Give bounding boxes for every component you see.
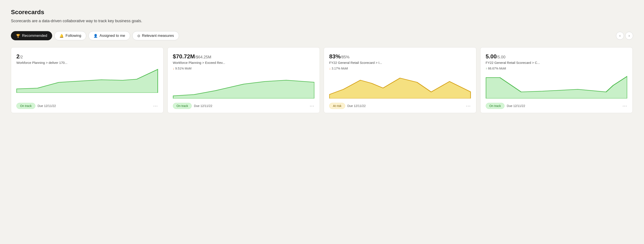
card-secondary-value: /$64.25M — [195, 55, 211, 59]
mom-value: 3.17% MoM — [332, 67, 348, 70]
chart-svg — [173, 72, 314, 99]
tabs-row: 🏆Recommended🔔Following👤Assigned to me⊙Re… — [11, 31, 633, 40]
card-footer: On track Due 12/11/22 ··· — [16, 100, 158, 113]
tab-label: Recommended — [22, 33, 47, 38]
card-secondary-value: /2 — [20, 55, 23, 59]
tab-assigned[interactable]: 👤Assigned to me — [88, 31, 130, 40]
card-more-button[interactable]: ··· — [153, 104, 158, 108]
card-due: Due 12/11/22 — [194, 104, 212, 108]
card-due: Due 12/11/22 — [507, 104, 525, 108]
chart-svg — [16, 67, 158, 93]
card-secondary-value: /5.00 — [497, 55, 506, 59]
card-footer: On track Due 12/11/22 ··· — [486, 100, 628, 113]
card-mom: ↑ 66.67% MoM — [486, 67, 628, 70]
card-value: $70.72M/$64.25M — [173, 53, 314, 60]
card-mom: ↓ 3.17% MoM — [329, 67, 471, 70]
tab-label: Assigned to me — [100, 33, 125, 38]
status-badge: On track — [173, 103, 192, 109]
card-chart — [16, 67, 158, 99]
recommended-icon: 🏆 — [16, 34, 20, 38]
card-value: 83%/85% — [329, 53, 471, 60]
page-title: Scorecards — [11, 9, 633, 16]
tab-relevant[interactable]: ⊙Relevant measures — [132, 31, 179, 40]
mom-arrow-icon: ↓ — [329, 67, 331, 70]
tab-recommended[interactable]: 🏆Recommended — [11, 31, 52, 40]
page-subtitle: Scorecards are a data-driven collaborati… — [11, 19, 633, 23]
scorecard-card-4[interactable]: 5.00/5.00 FY22 General Retail Scorecard … — [480, 47, 633, 113]
status-badge: At risk — [329, 103, 345, 109]
status-badge: On track — [486, 103, 505, 109]
card-chart — [329, 72, 471, 99]
card-footer: On track Due 12/11/22 ··· — [173, 100, 314, 113]
tab-following[interactable]: 🔔Following — [54, 31, 86, 40]
card-label: Workforce Planning > deliver 170... — [16, 61, 158, 64]
card-label: FY22 General Retail Scorecard > I... — [329, 61, 471, 64]
tab-label: Relevant measures — [142, 33, 174, 38]
card-chart — [486, 72, 628, 99]
card-main-value: 83% — [329, 53, 340, 60]
scorecard-card-2[interactable]: $70.72M/$64.25M Workforce Planning > Exc… — [168, 47, 320, 113]
card-main-value: $70.72M — [173, 53, 195, 60]
card-value: 2/2 — [16, 53, 158, 60]
relevant-icon: ⊙ — [137, 34, 140, 38]
card-secondary-value: /85% — [340, 55, 350, 59]
card-label: Workforce Planning > Exceed Rev... — [173, 61, 314, 64]
nav-next-button[interactable]: › — [625, 32, 633, 40]
card-due: Due 12/11/22 — [38, 104, 56, 108]
card-chart — [173, 72, 314, 99]
card-more-button[interactable]: ··· — [310, 104, 314, 108]
following-icon: 🔔 — [60, 34, 64, 38]
mom-value: 66.67% MoM — [488, 67, 506, 70]
mom-arrow-icon: ↑ — [486, 67, 487, 70]
chart-svg — [329, 72, 471, 99]
nav-prev-button[interactable]: ‹ — [616, 32, 624, 40]
card-due: Due 12/11/22 — [347, 104, 366, 108]
nav-arrows: ‹ › — [616, 32, 633, 40]
card-main-value: 5.00 — [486, 53, 497, 60]
tab-label: Following — [66, 33, 81, 38]
mom-value: 9.51% MoM — [175, 67, 192, 70]
card-more-button[interactable]: ··· — [622, 104, 627, 108]
card-more-button[interactable]: ··· — [466, 104, 471, 108]
mom-arrow-icon: ↓ — [173, 67, 174, 70]
card-value: 5.00/5.00 — [486, 53, 628, 60]
status-badge: On track — [16, 103, 35, 109]
cards-row: 2/2 Workforce Planning > deliver 170... … — [11, 47, 633, 113]
scorecard-card-3[interactable]: 83%/85% FY22 General Retail Scorecard > … — [324, 47, 476, 113]
card-mom: ↓ 9.51% MoM — [173, 67, 314, 70]
assigned-icon: 👤 — [94, 34, 98, 38]
card-label: FY22 General Retail Scorecard > C... — [486, 61, 628, 64]
card-main-value: 2 — [16, 53, 20, 60]
scorecard-card-1[interactable]: 2/2 Workforce Planning > deliver 170... … — [11, 47, 164, 113]
card-footer: At risk Due 12/11/22 ··· — [329, 100, 471, 113]
chart-svg — [486, 72, 628, 99]
